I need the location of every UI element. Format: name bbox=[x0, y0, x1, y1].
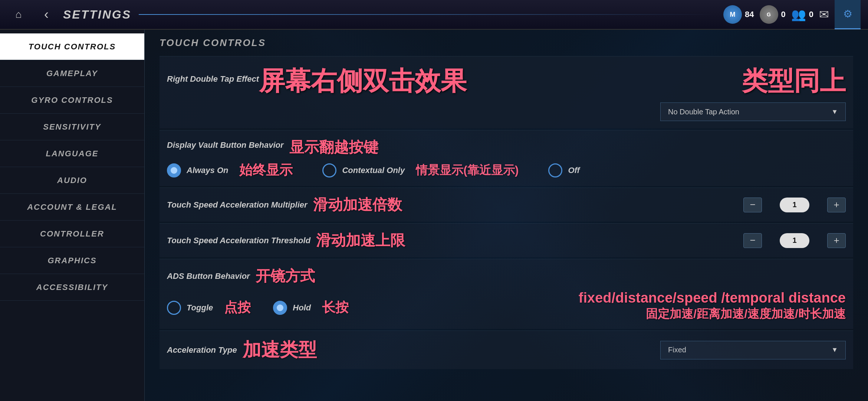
vault-button-options: Always On 始终显示 Contextual Only 情景显示(靠近显示… bbox=[167, 161, 846, 179]
sidebar-item-sensitivity[interactable]: SENSITIVITY bbox=[0, 114, 144, 140]
mail-icon: ✉ bbox=[819, 7, 829, 22]
ads-toggle-radio[interactable] bbox=[167, 301, 181, 315]
right-double-tap-section: Right Double Tap Effect 屏幕右侧双击效果 类型同上 No… bbox=[160, 56, 853, 128]
home-icon: ⌂ bbox=[16, 9, 22, 20]
page-title: SETTINGS bbox=[63, 8, 131, 22]
acceleration-type-cn: 加速类型 bbox=[243, 338, 317, 362]
touch-speed-accel-row: Touch Speed Acceleration Multiplier 滑动加速… bbox=[167, 195, 846, 215]
vault-off-label: Off bbox=[568, 166, 579, 175]
touch-speed-accel-section: Touch Speed Acceleration Multiplier 滑动加速… bbox=[160, 188, 853, 222]
touch-speed-accel-plus[interactable]: + bbox=[827, 198, 846, 212]
touch-speed-threshold-row: Touch Speed Acceleration Threshold 滑动加速上… bbox=[167, 230, 846, 251]
sidebar-item-gameplay[interactable]: GAMEPLAY bbox=[0, 60, 144, 87]
cn-top-right-label: 类型同上 bbox=[742, 64, 846, 99]
vault-off[interactable]: Off bbox=[548, 163, 579, 177]
acceleration-type-section: Acceleration Type 加速类型 Fixed ▼ bbox=[160, 330, 853, 369]
sidebar-label-gyro-controls: GYRO CONTROLS bbox=[31, 95, 113, 105]
sidebar-item-graphics[interactable]: GRAPHICS bbox=[0, 247, 144, 274]
friends-group[interactable]: 👥 0 bbox=[791, 7, 813, 22]
g-currency-group[interactable]: G 0 bbox=[760, 5, 786, 24]
touch-speed-threshold-value: 1 bbox=[780, 233, 809, 248]
ads-toggle-label: Toggle bbox=[187, 303, 213, 313]
sidebar-label-account-legal: ACCOUNT & LEGAL bbox=[27, 202, 117, 212]
touch-speed-threshold-cn: 滑动加速上限 bbox=[316, 230, 405, 251]
touch-speed-accel-stepper: − 1 + bbox=[743, 198, 846, 212]
touch-speed-threshold-section: Touch Speed Acceleration Threshold 滑动加速上… bbox=[160, 223, 853, 257]
touch-speed-threshold-stepper: − 1 + bbox=[743, 233, 846, 248]
sidebar-label-language: LANGUAGE bbox=[46, 149, 99, 159]
sidebar-item-language[interactable]: LANGUAGE bbox=[0, 140, 144, 167]
header-right: M 84 G 0 👥 0 ✉ ⚙ bbox=[723, 0, 861, 29]
acceleration-type-dropdown[interactable]: Fixed ▼ bbox=[660, 341, 846, 359]
acceleration-dropdown-arrow-icon: ▼ bbox=[831, 346, 838, 354]
vault-button-cn-label: 显示翻越按键 bbox=[289, 137, 378, 157]
home-button[interactable]: ⌂ bbox=[7, 3, 30, 26]
ads-toggle-cn: 点按 bbox=[224, 299, 251, 317]
vault-always-on-radio[interactable] bbox=[167, 163, 181, 177]
dropdown-arrow-icon: ▼ bbox=[831, 108, 838, 116]
vault-always-on-label: Always On bbox=[187, 166, 228, 175]
vault-button-label: Display Vault Button Behavior bbox=[167, 140, 284, 150]
vault-contextual-radio[interactable] bbox=[322, 163, 336, 177]
touch-speed-accel-value: 1 bbox=[780, 198, 809, 212]
sidebar-item-gyro-controls[interactable]: GYRO CONTROLS bbox=[0, 87, 144, 114]
sidebar-item-accessibility[interactable]: ACCESSIBILITY bbox=[0, 274, 144, 301]
ads-button-label: ADS Button Behavior bbox=[167, 271, 250, 281]
friends-icon: 👥 bbox=[791, 7, 806, 22]
back-icon: ‹ bbox=[44, 7, 49, 22]
m-currency-group[interactable]: M 84 bbox=[723, 5, 754, 24]
vault-contextual-label: Contextual Only bbox=[342, 166, 405, 175]
touch-speed-threshold-label: Touch Speed Acceleration Threshold bbox=[167, 236, 310, 245]
touch-speed-threshold-plus[interactable]: + bbox=[827, 233, 846, 248]
ads-hold-option[interactable]: Hold 长按 bbox=[273, 299, 349, 317]
right-double-tap-cn-label: 屏幕右侧双击效果 bbox=[259, 64, 467, 99]
touch-speed-threshold-minus[interactable]: − bbox=[743, 233, 762, 248]
sidebar: TOUCH CONTROLS GAMEPLAY GYRO CONTROLS SE… bbox=[0, 30, 145, 401]
sidebar-label-audio: AUDIO bbox=[57, 176, 87, 185]
sidebar-item-controller[interactable]: CONTROLLER bbox=[0, 221, 144, 247]
g-count: 0 bbox=[781, 10, 786, 19]
sidebar-label-touch-controls: TOUCH CONTROLS bbox=[29, 42, 116, 52]
touch-speed-accel-label: Touch Speed Acceleration Multiplier bbox=[167, 200, 308, 210]
right-double-tap-right: 类型同上 No Double Tap Action ▼ bbox=[660, 64, 846, 121]
acceleration-type-header: Acceleration Type 加速类型 Fixed ▼ bbox=[167, 338, 846, 362]
vault-always-on-cn: 始终显示 bbox=[239, 161, 293, 179]
header: ⌂ ‹ SETTINGS M 84 G 0 👥 0 ✉ ⚙ bbox=[0, 0, 868, 30]
m-icon: M bbox=[723, 5, 742, 24]
vault-contextual-only[interactable]: Contextual Only 情景显示(靠近显示) bbox=[322, 162, 519, 179]
double-tap-value: No Double Tap Action bbox=[668, 108, 739, 116]
header-divider bbox=[139, 14, 716, 15]
acceleration-type-label: Acceleration Type bbox=[167, 345, 237, 355]
main-layout: TOUCH CONTROLS GAMEPLAY GYRO CONTROLS SE… bbox=[0, 30, 868, 401]
ads-extra-cn1: fixed/distance/speed /temporal distance bbox=[579, 290, 846, 306]
ads-button-cn: 开镜方式 bbox=[256, 266, 315, 286]
vault-always-on[interactable]: Always On 始终显示 bbox=[167, 161, 293, 179]
m-count: 84 bbox=[745, 10, 754, 19]
mail-group[interactable]: ✉ bbox=[819, 7, 829, 22]
back-button[interactable]: ‹ bbox=[37, 3, 56, 26]
sidebar-label-accessibility: ACCESSIBILITY bbox=[36, 283, 108, 292]
ads-toggle-options: Toggle 点按 Hold 长按 bbox=[167, 299, 349, 317]
content-area: TOUCH CONTROLS Right Double Tap Effect 屏… bbox=[145, 30, 868, 401]
acceleration-type-value: Fixed bbox=[668, 346, 686, 354]
right-double-tap-label: Right Double Tap Effect bbox=[167, 74, 259, 84]
sidebar-label-controller: CONTROLLER bbox=[40, 229, 104, 239]
double-tap-dropdown[interactable]: No Double Tap Action ▼ bbox=[660, 102, 846, 121]
touch-speed-accel-minus[interactable]: − bbox=[743, 198, 762, 212]
ads-hold-radio[interactable] bbox=[273, 301, 287, 315]
sidebar-item-touch-controls[interactable]: TOUCH CONTROLS bbox=[0, 33, 144, 60]
vault-contextual-cn: 情景显示(靠近显示) bbox=[416, 162, 519, 179]
sidebar-label-sensitivity: SENSITIVITY bbox=[43, 122, 101, 132]
sidebar-item-account-legal[interactable]: ACCOUNT & LEGAL bbox=[0, 194, 144, 221]
settings-button[interactable]: ⚙ bbox=[835, 0, 861, 29]
gear-icon: ⚙ bbox=[843, 8, 852, 20]
g-icon: G bbox=[760, 5, 778, 24]
ads-extra-notes: fixed/distance/speed /temporal distance … bbox=[573, 290, 846, 322]
vault-off-radio[interactable] bbox=[548, 163, 562, 177]
ads-button-section: ADS Button Behavior 开镜方式 Toggle 点按 Hold … bbox=[160, 259, 853, 329]
sidebar-label-gameplay: GAMEPLAY bbox=[46, 69, 98, 78]
ads-toggle-option[interactable]: Toggle 点按 bbox=[167, 299, 251, 317]
sidebar-item-audio[interactable]: AUDIO bbox=[0, 167, 144, 194]
sidebar-label-graphics: GRAPHICS bbox=[47, 256, 96, 265]
ads-hold-label: Hold bbox=[293, 303, 311, 313]
